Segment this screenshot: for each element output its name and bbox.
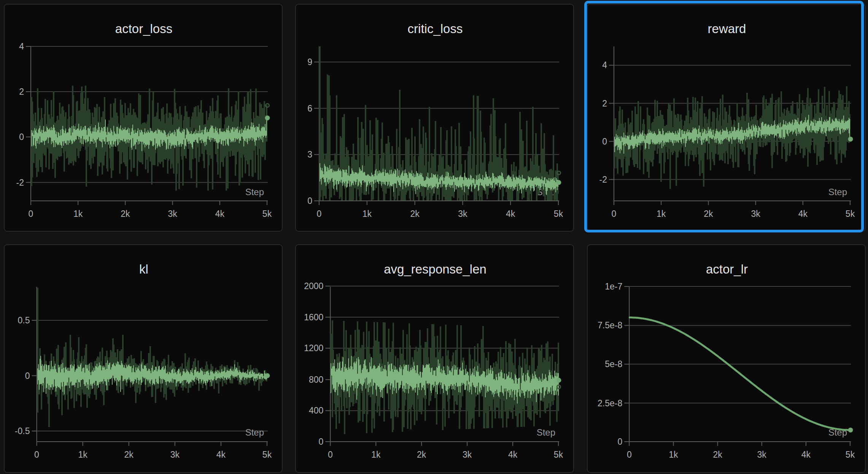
svg-text:5k: 5k — [262, 209, 272, 219]
svg-text:1600: 1600 — [304, 312, 324, 322]
svg-text:800: 800 — [309, 375, 323, 385]
svg-text:1e-7: 1e-7 — [605, 282, 622, 291]
svg-text:4: 4 — [602, 60, 607, 70]
svg-text:1k: 1k — [669, 450, 678, 460]
svg-text:3k: 3k — [751, 209, 760, 219]
svg-text:4k: 4k — [216, 450, 226, 460]
svg-text:0: 0 — [602, 137, 607, 146]
svg-text:5k: 5k — [262, 450, 272, 460]
svg-text:7.5e-8: 7.5e-8 — [598, 320, 622, 330]
svg-text:9: 9 — [308, 57, 313, 67]
svg-text:4k: 4k — [215, 209, 225, 219]
svg-text:1200: 1200 — [304, 343, 324, 353]
svg-text:Step: Step — [245, 427, 264, 437]
svg-text:2: 2 — [602, 99, 607, 108]
svg-text:0: 0 — [29, 209, 33, 219]
svg-text:3k: 3k — [458, 209, 468, 219]
svg-text:2.5e-8: 2.5e-8 — [598, 398, 622, 408]
svg-text:Step: Step — [828, 187, 847, 197]
svg-text:0: 0 — [34, 450, 39, 460]
svg-text:actor_lr: actor_lr — [706, 262, 748, 276]
svg-text:5e-8: 5e-8 — [605, 359, 622, 369]
svg-text:3k: 3k — [170, 450, 180, 460]
svg-text:3: 3 — [308, 150, 313, 159]
svg-text:4k: 4k — [801, 450, 811, 460]
svg-text:kl: kl — [139, 262, 148, 276]
svg-text:4k: 4k — [798, 209, 808, 219]
svg-text:0: 0 — [308, 196, 313, 206]
svg-text:0: 0 — [611, 209, 616, 219]
svg-text:0: 0 — [319, 437, 324, 447]
svg-text:2k: 2k — [713, 450, 722, 460]
svg-text:4: 4 — [19, 41, 24, 51]
svg-text:Step: Step — [245, 187, 264, 197]
svg-text:2000: 2000 — [304, 281, 324, 291]
svg-text:critic_loss: critic_loss — [408, 22, 463, 36]
svg-text:Step: Step — [537, 427, 555, 437]
svg-text:0: 0 — [627, 450, 632, 460]
svg-text:2k: 2k — [121, 209, 130, 219]
svg-text:5k: 5k — [554, 450, 563, 460]
svg-text:2: 2 — [19, 87, 24, 97]
svg-text:reward: reward — [707, 22, 746, 36]
svg-text:0.5: 0.5 — [18, 315, 30, 325]
svg-text:actor_loss: actor_loss — [115, 22, 172, 36]
svg-text:5k: 5k — [846, 209, 855, 219]
svg-text:400: 400 — [309, 406, 323, 415]
svg-text:0: 0 — [328, 450, 333, 460]
svg-text:3k: 3k — [757, 450, 766, 460]
svg-text:2k: 2k — [410, 209, 420, 219]
svg-text:0: 0 — [617, 437, 622, 447]
svg-text:1k: 1k — [78, 450, 87, 460]
svg-text:6: 6 — [308, 103, 313, 113]
svg-text:4k: 4k — [506, 209, 515, 219]
svg-text:1k: 1k — [371, 450, 381, 460]
svg-text:5k: 5k — [846, 450, 855, 460]
svg-text:-0.5: -0.5 — [15, 426, 30, 436]
svg-text:avg_response_len: avg_response_len — [384, 262, 486, 276]
svg-text:1k: 1k — [657, 209, 666, 219]
svg-text:-2: -2 — [16, 178, 24, 188]
svg-text:3k: 3k — [463, 450, 472, 460]
svg-text:5k: 5k — [554, 209, 563, 219]
svg-text:0: 0 — [19, 132, 24, 142]
svg-text:0: 0 — [317, 209, 322, 219]
svg-text:1k: 1k — [73, 209, 83, 219]
svg-text:2k: 2k — [704, 209, 713, 219]
svg-text:1k: 1k — [362, 209, 372, 219]
svg-text:-2: -2 — [599, 175, 607, 185]
svg-text:2k: 2k — [124, 450, 134, 460]
svg-text:3k: 3k — [168, 209, 177, 219]
svg-text:0: 0 — [25, 371, 30, 381]
svg-text:4k: 4k — [508, 450, 518, 460]
svg-text:2k: 2k — [417, 450, 426, 460]
